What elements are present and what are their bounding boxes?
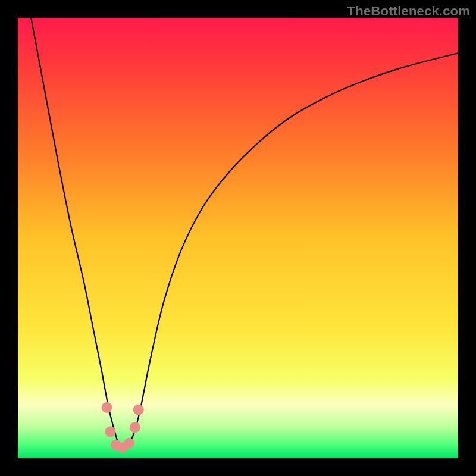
highlight-point: [130, 422, 140, 433]
highlight-point: [124, 438, 134, 449]
highlight-point: [101, 402, 112, 413]
chart-svg: [18, 18, 458, 458]
watermark-text: TheBottleneck.com: [347, 4, 470, 19]
plot-area: [18, 18, 458, 458]
highlight-point: [105, 427, 115, 437]
plot-background: [18, 18, 458, 458]
highlight-point: [133, 405, 144, 415]
chart-frame: TheBottleneck.com: [0, 0, 476, 476]
